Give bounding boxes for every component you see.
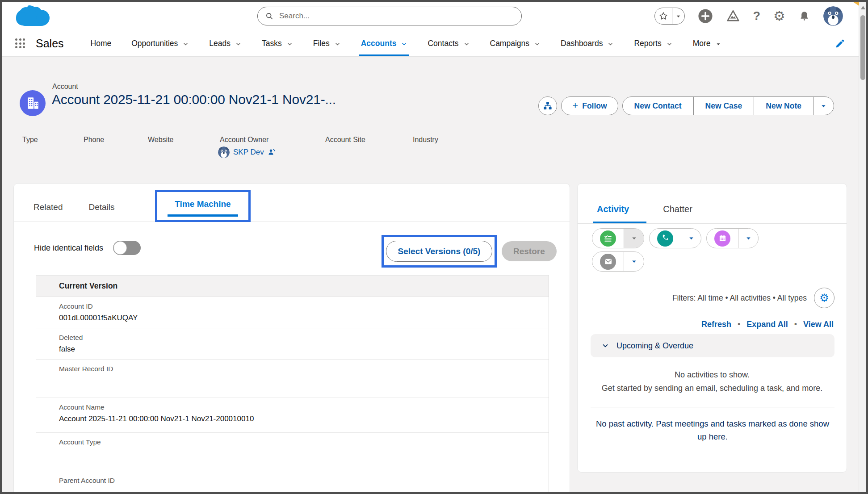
email-button[interactable] xyxy=(592,252,624,271)
chevron-down-icon xyxy=(666,41,673,47)
caret-down-icon xyxy=(715,41,721,47)
nav-tab-contacts[interactable]: Contacts xyxy=(428,30,470,56)
help-icon: ? xyxy=(753,10,761,22)
annotation-box-select-versions: Select Versions (0/5) xyxy=(382,235,497,268)
nav-tab-opportunities[interactable]: Opportunities xyxy=(131,30,189,56)
scroll-up-arrow[interactable] xyxy=(861,6,865,9)
tab-time-machine[interactable]: Time Machine xyxy=(175,199,231,209)
scrollbar-thumb[interactable] xyxy=(860,15,865,80)
field-label-phone: Phone xyxy=(84,136,104,144)
nav-tab-files[interactable]: Files xyxy=(313,30,341,56)
search-input[interactable] xyxy=(278,11,514,21)
salesforce-logo xyxy=(13,4,53,29)
annotation-box-time-machine-tab: Time Machine xyxy=(155,190,251,222)
koala-avatar-icon xyxy=(218,147,230,158)
tab-related[interactable]: Related xyxy=(34,202,63,212)
account-owner-value: SKP Dev xyxy=(218,147,277,158)
app-name[interactable]: Sales xyxy=(36,37,64,50)
row-label: Parent Account ID xyxy=(59,477,549,485)
owner-avatar xyxy=(218,147,230,158)
entity-label: Account xyxy=(52,83,78,91)
log-a-call-button[interactable] xyxy=(650,229,681,248)
row-value: false xyxy=(59,345,549,354)
no-past-activity-text: No past activity. Past meetings and task… xyxy=(594,418,831,443)
new-contact-button[interactable]: New Contact xyxy=(623,97,693,115)
search-icon xyxy=(265,12,274,21)
salesforce-window: ? ⚙ Sales Home Opportunities Leads Tasks… xyxy=(0,0,868,494)
chevron-down-icon xyxy=(607,41,614,47)
guidance-center-button[interactable] xyxy=(726,9,740,23)
toggle-knob xyxy=(113,241,127,255)
user-profile-button[interactable] xyxy=(823,6,843,26)
select-versions-button[interactable]: Select Versions (0/5) xyxy=(386,241,493,262)
new-case-button[interactable]: New Case xyxy=(693,97,754,115)
table-row: Parent Account ID xyxy=(36,471,549,494)
restore-button[interactable]: Restore xyxy=(502,241,557,261)
hierarchy-icon xyxy=(543,101,553,111)
expand-all-link[interactable]: Expand All xyxy=(746,320,788,329)
tab-details[interactable]: Details xyxy=(89,202,115,212)
event-dropdown-button[interactable] xyxy=(738,229,758,248)
row-label: Account Name xyxy=(59,403,549,411)
account-hierarchy-button[interactable] xyxy=(538,96,557,115)
nav-tab-more[interactable]: More xyxy=(693,30,721,56)
owner-name-link[interactable]: SKP Dev xyxy=(233,148,264,157)
row-label: Deleted xyxy=(59,334,549,342)
upcoming-overdue-section[interactable]: Upcoming & Overdue xyxy=(591,334,834,357)
global-header: ? ⚙ xyxy=(2,2,866,30)
edit-nav-pencil-button[interactable] xyxy=(835,38,846,49)
table-row: Account ID 001dL00001f5aKUQAY xyxy=(36,297,549,328)
plus-circle-icon xyxy=(698,8,713,24)
trailhead-icon xyxy=(726,9,740,23)
nav-tab-label: Home xyxy=(91,39,112,48)
call-dropdown-button[interactable] xyxy=(681,229,701,248)
filters-text: Filters: All time • All activities • All… xyxy=(672,293,807,303)
activity-settings-button[interactable]: ⚙ xyxy=(814,288,834,308)
new-task-button[interactable] xyxy=(592,229,624,248)
favorites-dropdown-button[interactable] xyxy=(672,8,684,24)
setup-button[interactable]: ⚙ xyxy=(773,9,785,23)
nav-tab-campaigns[interactable]: Campaigns xyxy=(490,30,541,56)
gear-icon: ⚙ xyxy=(819,292,829,304)
global-search[interactable] xyxy=(257,7,522,25)
version-table: Current Version Account ID 001dL00001f5a… xyxy=(36,275,549,494)
page-scrollbar[interactable] xyxy=(859,2,866,492)
no-activities-text: No activities to show. xyxy=(578,370,847,380)
follow-label: Follow xyxy=(582,101,607,111)
chevron-down-icon xyxy=(463,41,470,47)
hide-identical-fields-toggle[interactable] xyxy=(113,241,141,255)
nav-tab-label: Reports xyxy=(634,39,661,48)
table-row: Account Type xyxy=(36,433,549,471)
refresh-link[interactable]: Refresh xyxy=(701,320,731,329)
follow-button[interactable]: + Follow xyxy=(561,96,618,115)
new-task-split-button xyxy=(592,228,644,248)
global-actions-button[interactable] xyxy=(698,8,713,24)
chevron-down-icon xyxy=(182,41,189,47)
favorites-star-button[interactable] xyxy=(655,8,672,24)
change-owner-icon[interactable] xyxy=(268,148,277,157)
notifications-button[interactable] xyxy=(798,10,810,22)
nav-tab-dashboards[interactable]: Dashboards xyxy=(561,30,614,56)
app-launcher-button[interactable] xyxy=(15,38,25,48)
email-split-button xyxy=(592,251,644,272)
new-note-button[interactable]: New Note xyxy=(754,97,813,115)
tab-chatter[interactable]: Chatter xyxy=(663,204,692,214)
section-divider xyxy=(591,407,834,407)
nav-tab-reports[interactable]: Reports xyxy=(634,30,672,56)
favorites-control xyxy=(654,8,685,25)
row-value: Account 2025-11-21 00:00:00 Nov21-1 Nov2… xyxy=(59,414,549,423)
help-button[interactable]: ? xyxy=(753,10,761,22)
nav-tab-tasks[interactable]: Tasks xyxy=(262,30,293,56)
view-all-link[interactable]: View All xyxy=(803,320,834,329)
more-record-actions-dropdown[interactable] xyxy=(813,97,834,115)
nav-tab-accounts[interactable]: Accounts xyxy=(361,30,408,56)
nav-tab-leads[interactable]: Leads xyxy=(209,30,242,56)
nav-tab-home[interactable]: Home xyxy=(91,30,112,56)
activity-links: Refresh • Expand All • View All xyxy=(701,320,834,329)
record-actions: + Follow New Contact New Case New Note xyxy=(538,96,834,115)
new-event-button[interactable] xyxy=(707,229,738,248)
building-icon xyxy=(25,96,40,111)
email-dropdown-button[interactable] xyxy=(624,252,644,271)
tab-activity[interactable]: Activity xyxy=(597,204,629,214)
task-dropdown-button[interactable] xyxy=(624,229,644,248)
